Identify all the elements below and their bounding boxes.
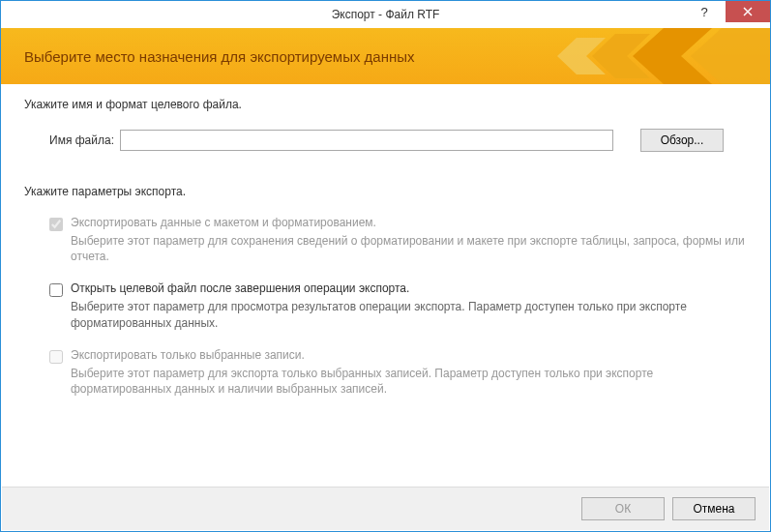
- window-controls: ?: [683, 1, 770, 28]
- filename-input[interactable]: [120, 130, 613, 151]
- option-label: Экспортировать только выбранные записи.: [71, 348, 747, 362]
- wizard-banner: Выберите место назначения для экспортиру…: [1, 28, 770, 84]
- section-options-label: Укажите параметры экспорта.: [24, 185, 747, 198]
- export-options: Экспортировать данные с макетом и формат…: [24, 216, 747, 397]
- section-target-label: Укажите имя и формат целевого файла.: [24, 98, 747, 111]
- close-button[interactable]: [726, 1, 770, 22]
- browse-button[interactable]: Обзор...: [640, 129, 724, 152]
- window-title: Экспорт - Файл RTF: [332, 8, 440, 21]
- option-desc: Выберите этот параметр для сохранения св…: [71, 233, 747, 264]
- banner-arrows-icon: [519, 28, 770, 84]
- banner-heading: Выберите место назначения для экспортиру…: [24, 48, 415, 65]
- checkbox-export-with-layout: [49, 218, 63, 231]
- option-label: Открыть целевой файл после завершения оп…: [71, 281, 747, 295]
- option-open-after-export: Открыть целевой файл после завершения оп…: [49, 281, 747, 330]
- option-desc: Выберите этот параметр для экспорта толь…: [71, 366, 747, 397]
- export-dialog: Экспорт - Файл RTF ? Выберите место назн…: [0, 0, 771, 532]
- help-button[interactable]: ?: [683, 1, 726, 22]
- ok-button[interactable]: ОК: [581, 497, 665, 520]
- dialog-footer: ОК Отмена: [2, 487, 769, 530]
- option-label: Экспортировать данные с макетом и формат…: [71, 216, 747, 229]
- option-export-selected-only: Экспортировать только выбранные записи. …: [49, 348, 747, 397]
- filename-row: Имя файла: Обзор...: [49, 129, 747, 152]
- help-icon: ?: [700, 5, 707, 19]
- titlebar: Экспорт - Файл RTF ?: [1, 1, 770, 28]
- content-area: Укажите имя и формат целевого файла. Имя…: [1, 84, 770, 397]
- option-desc: Выберите этот параметр для просмотра рез…: [71, 299, 747, 330]
- option-export-with-layout: Экспортировать данные с макетом и формат…: [49, 216, 747, 264]
- checkbox-open-after-export[interactable]: [49, 283, 63, 297]
- cancel-button[interactable]: Отмена: [672, 497, 756, 520]
- filename-label: Имя файла:: [49, 133, 114, 147]
- close-icon: [743, 7, 753, 16]
- checkbox-export-selected-only: [49, 350, 63, 364]
